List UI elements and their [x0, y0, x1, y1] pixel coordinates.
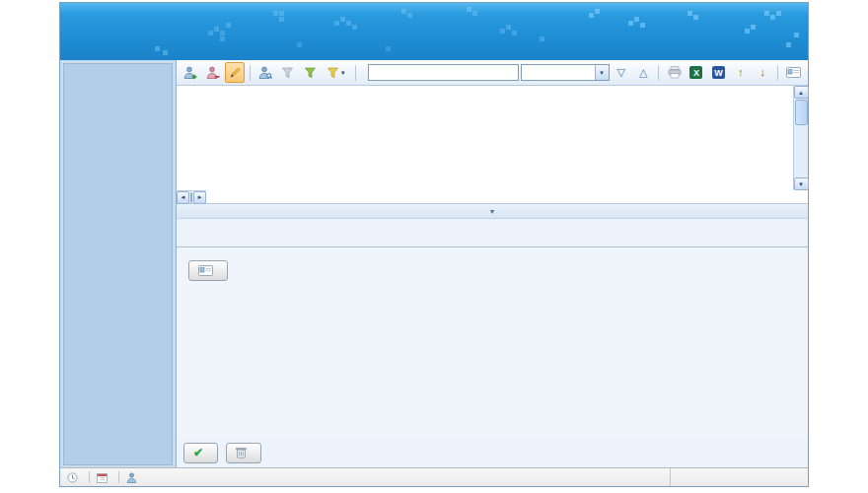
printer-icon	[668, 66, 682, 79]
delete-user-button[interactable]	[226, 443, 261, 463]
triangle-up-icon: △	[639, 67, 647, 78]
search-field-select[interactable]: ▼	[521, 64, 609, 81]
export-button[interactable]: ↓	[753, 62, 772, 83]
search-input[interactable]	[368, 64, 520, 81]
scroll-right-button[interactable]: ►	[193, 191, 206, 204]
user-detail-panel: ✔	[177, 219, 808, 467]
toolbar-separator	[658, 65, 659, 81]
scroll-down-button[interactable]: ▼	[794, 177, 809, 190]
import-button[interactable]: ↑	[731, 62, 751, 83]
status-bar	[60, 467, 808, 486]
badge-card-icon	[198, 265, 213, 276]
app-header	[60, 3, 808, 60]
badge-card-icon	[786, 67, 801, 78]
person-add-icon	[183, 66, 197, 80]
arrow-up-icon: ↑	[738, 67, 744, 78]
pencil-icon	[229, 66, 242, 79]
clock-icon	[67, 472, 78, 483]
status-users-segment	[119, 468, 148, 486]
sidebar-submenu	[63, 63, 173, 465]
chevron-down-icon: ▼	[340, 70, 346, 76]
dropdown-arrow-icon[interactable]: ▼	[595, 65, 609, 80]
filter-gold-icon	[326, 67, 339, 79]
sort-ascending-button[interactable]: △	[633, 62, 653, 83]
app-version	[670, 468, 808, 486]
find-user-button[interactable]	[255, 62, 275, 83]
status-date-segment	[90, 468, 118, 486]
excel-icon: X	[689, 66, 702, 79]
users-table: ▲ ▼ ◄ ►	[177, 86, 808, 204]
selected-user-name	[177, 219, 808, 228]
check-icon: ✔	[193, 447, 203, 458]
scroll-left-button[interactable]: ◄	[177, 191, 189, 204]
add-user-button[interactable]	[181, 62, 200, 83]
toolbar-separator	[355, 65, 356, 81]
export-word-button[interactable]: W	[708, 62, 728, 83]
scroll-up-button[interactable]: ▲	[794, 86, 809, 99]
status-time-segment	[60, 468, 89, 486]
page-background: ▼ ▼ ▽ △ X W ↑	[0, 0, 868, 493]
save-changes-button[interactable]: ✔	[183, 443, 218, 463]
filter-gray-icon	[281, 67, 294, 79]
vertical-scroll-thumb[interactable]	[795, 100, 808, 125]
table-horizontal-scrollbar[interactable]: ◄ ►	[177, 190, 206, 203]
main-content: ▼ ▼ ▽ △ X W ↑	[177, 60, 808, 467]
export-excel-button[interactable]: X	[687, 62, 706, 83]
app-window: ▼ ▼ ▽ △ X W ↑	[59, 2, 809, 487]
filter-options-button[interactable]: ▼	[323, 62, 350, 83]
header-pixel-decoration	[60, 3, 65, 8]
person-icon	[126, 472, 137, 483]
filter-green-icon	[304, 67, 317, 79]
toolbar-separator	[777, 65, 778, 81]
arrow-down-icon: ↓	[760, 67, 766, 78]
person-remove-icon	[206, 66, 220, 80]
badge-preview-button[interactable]	[783, 62, 803, 83]
splitter-bar[interactable]: ▼	[177, 204, 808, 219]
triangle-down-icon: ▽	[616, 67, 624, 78]
person-find-icon	[258, 66, 272, 80]
detail-tabs	[177, 228, 808, 247]
filter-apply-button[interactable]	[300, 62, 320, 83]
users-table-viewport	[177, 86, 793, 190]
toolbar: ▼ ▼ ▽ △ X W ↑	[177, 60, 808, 86]
collapse-chevron-icon[interactable]: ▼	[489, 208, 496, 215]
word-icon: W	[712, 66, 725, 79]
edit-user-button[interactable]	[225, 62, 245, 83]
filter-clear-button[interactable]	[278, 62, 298, 83]
sort-descending-button[interactable]: ▽	[612, 62, 631, 83]
print-list-button[interactable]	[664, 62, 684, 83]
sidebar	[60, 60, 177, 467]
print-pass-button[interactable]	[188, 260, 228, 281]
toolbar-separator	[250, 65, 251, 81]
calendar-icon	[97, 472, 108, 483]
table-vertical-scrollbar[interactable]: ▲ ▼	[793, 86, 808, 190]
print-pass-tab-content	[177, 247, 808, 438]
trash-icon	[236, 447, 247, 458]
action-buttons: ✔	[177, 438, 808, 467]
remove-user-button[interactable]	[202, 62, 222, 83]
horizontal-scroll-thumb[interactable]	[190, 192, 192, 203]
